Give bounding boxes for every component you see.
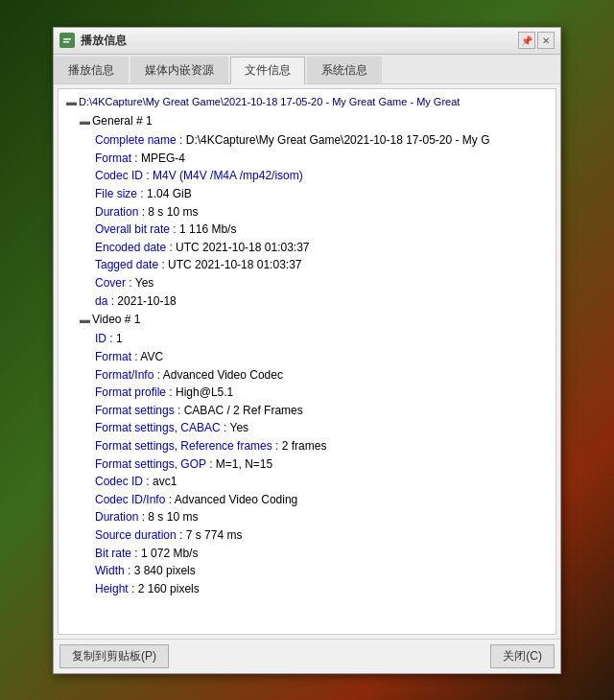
prop-tagged-date: Tagged date : UTC 2021-10-18 01:03:37 bbox=[95, 256, 550, 274]
content-area: ▬ D:\4KCapture\My Great Game\2021-10-18 … bbox=[58, 88, 556, 635]
general-section: ▬ General # 1 Complete name : D:\4KCaptu… bbox=[64, 111, 550, 310]
prop-video-bitrate: Bit rate : 1 072 Mb/s bbox=[95, 545, 550, 563]
prop-format-settings-cabac: Format settings, CABAC : Yes bbox=[95, 419, 550, 437]
tab-sysinfo[interactable]: 系统信息 bbox=[307, 57, 382, 83]
video-props: ID : 1 Format : AVC Format/Info : Advanc… bbox=[64, 330, 550, 597]
general-header-row: ▬ General # 1 bbox=[64, 111, 550, 131]
prop-video-id: ID : 1 bbox=[95, 330, 550, 348]
title-bar-buttons: 📌 ✕ bbox=[518, 32, 555, 49]
prop-bitrate: Overall bit rate : 1 116 Mb/s bbox=[95, 221, 550, 239]
prop-format-info: Format/Info : Advanced Video Codec bbox=[95, 366, 550, 385]
copy-button[interactable]: 复制到剪贴板(P) bbox=[59, 644, 169, 668]
prop-video-duration: Duration : 8 s 10 ms bbox=[95, 508, 550, 526]
prop-cover: Cover : Yes bbox=[95, 274, 550, 292]
general-header: General # 1 bbox=[92, 112, 153, 130]
prop-format-profile: Format profile : High@L5.1 bbox=[95, 384, 550, 402]
prop-format-settings-gop: Format settings, GOP : M=1, N=15 bbox=[95, 455, 550, 474]
collapse-toggle-root[interactable]: ▬ bbox=[66, 94, 77, 111]
svg-rect-2 bbox=[63, 41, 69, 43]
collapse-toggle-video[interactable]: ▬ bbox=[80, 312, 90, 329]
prop-complete-name: Complete name : D:\4KCapture\My Great Ga… bbox=[95, 131, 550, 150]
tab-media[interactable]: 媒体内嵌资源 bbox=[130, 57, 228, 83]
footer: 复制到剪贴板(P) 关闭(C) bbox=[54, 639, 560, 673]
prop-da: da : 2021-10-18 bbox=[95, 292, 550, 311]
video-header: Video # 1 bbox=[92, 311, 141, 329]
prop-height: Height : 2 160 pixels bbox=[95, 580, 550, 598]
prop-codec-id: Codec ID : M4V (M4V /M4A /mp42/isom) bbox=[95, 167, 550, 185]
prop-file-size: File size : 1.04 GiB bbox=[95, 185, 550, 203]
title-bar: 播放信息 📌 ✕ bbox=[54, 28, 560, 55]
prop-duration: Duration : 8 s 10 ms bbox=[95, 203, 550, 222]
file-path: D:\4KCapture\My Great Game\2021-10-18 17… bbox=[79, 94, 460, 111]
prop-codec-id-info: Codec ID/Info : Advanced Video Coding bbox=[95, 491, 550, 509]
prop-format-settings-ref: Format settings, Reference frames : 2 fr… bbox=[95, 437, 550, 455]
video-section: ▬ Video # 1 ID : 1 Format : AVC Format/I… bbox=[64, 310, 550, 597]
svg-rect-0 bbox=[61, 35, 73, 46]
close-button[interactable]: ✕ bbox=[537, 32, 555, 49]
file-path-row: ▬ D:\4KCapture\My Great Game\2021-10-18 … bbox=[64, 93, 550, 112]
tab-fileinfo[interactable]: 文件信息 bbox=[230, 57, 305, 84]
window-title: 播放信息 bbox=[81, 33, 127, 49]
tab-bar: 播放信息 媒体内嵌资源 文件信息 系统信息 bbox=[54, 55, 560, 84]
prop-encoded-date: Encoded date : UTC 2021-10-18 01:03:37 bbox=[95, 239, 550, 257]
content-scroll[interactable]: ▬ D:\4KCapture\My Great Game\2021-10-18 … bbox=[59, 89, 555, 634]
tree-root: ▬ D:\4KCapture\My Great Game\2021-10-18 … bbox=[60, 93, 554, 598]
dialog-window: 播放信息 📌 ✕ 播放信息 媒体内嵌资源 文件信息 系统信息 ▬ D:\4KCa… bbox=[53, 27, 561, 674]
dialog-close-button[interactable]: 关闭(C) bbox=[490, 644, 555, 668]
title-bar-left: 播放信息 bbox=[59, 33, 127, 49]
prop-width: Width : 3 840 pixels bbox=[95, 562, 550, 580]
prop-format-settings: Format settings : CABAC / 2 Ref Frames bbox=[95, 402, 550, 420]
svg-rect-1 bbox=[63, 38, 71, 40]
video-header-row: ▬ Video # 1 bbox=[64, 310, 550, 330]
general-props: Complete name : D:\4KCapture\My Great Ga… bbox=[64, 131, 550, 310]
prop-format: Format : MPEG-4 bbox=[95, 150, 550, 168]
app-icon bbox=[59, 33, 75, 48]
prop-video-codec-id: Codec ID : avc1 bbox=[95, 473, 550, 491]
prop-source-duration: Source duration : 7 s 774 ms bbox=[95, 526, 550, 545]
collapse-toggle-general[interactable]: ▬ bbox=[80, 113, 90, 130]
prop-video-format: Format : AVC bbox=[95, 348, 550, 366]
tab-playback[interactable]: 播放信息 bbox=[54, 57, 129, 83]
pin-button[interactable]: 📌 bbox=[518, 32, 535, 49]
